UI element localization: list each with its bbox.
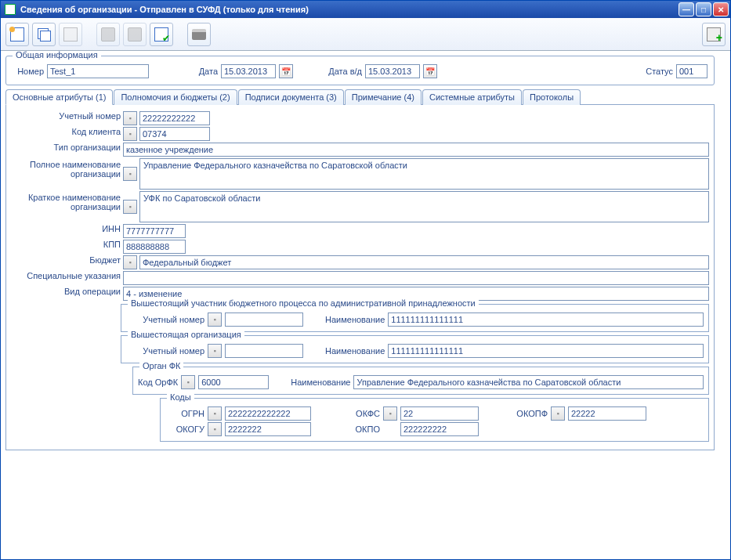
full-name-label: Полное наименование организации bbox=[11, 158, 121, 179]
tab-budgets[interactable]: Полномочия и бюджеты (2) bbox=[114, 89, 237, 105]
copy-button[interactable] bbox=[32, 23, 56, 46]
ogrn-lookup[interactable]: ▪ bbox=[208, 406, 222, 421]
ogrn-label: ОГРН bbox=[165, 409, 204, 418]
so-name-label: Наименование bbox=[325, 346, 385, 356]
tab-strip: Основные атрибуты (1) Полномочия и бюдже… bbox=[5, 89, 715, 105]
okfs-label: ОКФС bbox=[341, 409, 380, 418]
org-type-field[interactable]: казенное учреждение bbox=[123, 143, 709, 157]
close-button[interactable]: ✕ bbox=[713, 2, 729, 16]
tab-system-attrs[interactable]: Системные атрибуты bbox=[422, 89, 522, 105]
client-code-field[interactable]: 07374 bbox=[139, 127, 210, 141]
fk-legend: Орган ФК bbox=[139, 361, 183, 370]
okogu-lookup[interactable]: ▪ bbox=[208, 422, 222, 436]
new-icon bbox=[10, 27, 24, 42]
tab-body: Учетный номер ▪ 22222222222 Код клиента … bbox=[5, 105, 715, 450]
okopf-lookup[interactable]: ▪ bbox=[551, 406, 565, 421]
toolbar bbox=[1, 18, 730, 51]
budget-field[interactable]: Федеральный бюджет bbox=[139, 255, 709, 269]
print-icon bbox=[192, 29, 206, 40]
sb-acct-lookup[interactable]: ▪ bbox=[208, 313, 222, 327]
acct-no-field[interactable]: 22222222222 bbox=[139, 111, 210, 125]
copy-icon bbox=[40, 31, 51, 42]
superior-org-legend: Вышестоящая организация bbox=[128, 330, 244, 339]
print-button[interactable] bbox=[187, 23, 211, 46]
date-vd-label: Дата в/д bbox=[323, 67, 362, 76]
sb-acct-field[interactable] bbox=[225, 313, 303, 327]
sb-name-field[interactable]: 111111111111111 bbox=[388, 313, 704, 327]
status-label: Статус bbox=[642, 67, 673, 76]
okfs-lookup[interactable]: ▪ bbox=[383, 406, 397, 421]
okogu-label: ОКОГУ bbox=[165, 425, 204, 434]
sb-acct-label: Учетный номер bbox=[126, 315, 204, 324]
okpo-label: ОКПО bbox=[341, 425, 380, 434]
special-label: Специальные указания bbox=[11, 271, 121, 280]
budget-label: Бюджет bbox=[11, 255, 121, 265]
codes-fieldset: Коды ОГРН ▪ 2222222222222 ОКФС ▪ 22 ОКОП… bbox=[160, 398, 709, 442]
maximize-button[interactable]: □ bbox=[696, 2, 711, 16]
special-field[interactable] bbox=[123, 271, 709, 285]
acct-no-label: Учетный номер bbox=[11, 111, 121, 121]
minimize-button[interactable]: — bbox=[679, 2, 694, 16]
org-type-label: Тип организации bbox=[11, 143, 121, 152]
save-as-button[interactable] bbox=[123, 23, 147, 46]
fk-name-field[interactable]: Управление Федерального казначейства по … bbox=[353, 375, 704, 389]
window-title: Сведения об организации - Отправлен в СУ… bbox=[20, 5, 677, 14]
superior-budget-legend: Вышестоящий участник бюджетного процесса… bbox=[128, 298, 479, 308]
full-name-lookup[interactable]: ▪ bbox=[123, 167, 137, 181]
app-window: Сведения об организации - Отправлен в СУ… bbox=[0, 0, 731, 560]
codes-legend: Коды bbox=[167, 392, 194, 402]
save-button[interactable] bbox=[96, 23, 120, 46]
tab-note[interactable]: Примечание (4) bbox=[345, 89, 422, 105]
number-label: Номер bbox=[13, 67, 44, 76]
new-button[interactable] bbox=[5, 23, 29, 46]
full-name-field[interactable]: Управление Федерального казначейства по … bbox=[139, 158, 709, 190]
tab-protocols[interactable]: Протоколы bbox=[523, 89, 581, 105]
kpp-label: КПП bbox=[11, 240, 121, 249]
fk-code-lookup[interactable]: ▪ bbox=[181, 375, 195, 389]
save-icon bbox=[101, 27, 115, 42]
add-button[interactable] bbox=[702, 23, 726, 46]
so-name-field[interactable]: 111111111111111 bbox=[388, 344, 704, 358]
check-icon bbox=[154, 27, 168, 42]
so-acct-lookup[interactable]: ▪ bbox=[208, 344, 222, 358]
date-field[interactable]: 15.03.2013 bbox=[221, 64, 276, 78]
okopf-field[interactable]: 22222 bbox=[568, 406, 646, 421]
fk-code-label: Код ОрФК bbox=[138, 378, 178, 387]
date-calendar-button[interactable]: 📅 bbox=[279, 64, 293, 78]
op-type-label: Вид операции bbox=[11, 287, 121, 296]
number-field[interactable]: Test_1 bbox=[47, 64, 149, 78]
ogrn-field[interactable]: 2222222222222 bbox=[225, 406, 311, 421]
superior-org-fieldset: Вышестоящая организация Учетный номер ▪ … bbox=[121, 335, 709, 363]
sb-name-label: Наименование bbox=[325, 315, 385, 324]
date-vd-calendar-button[interactable]: 📅 bbox=[423, 64, 437, 78]
acct-no-lookup[interactable]: ▪ bbox=[123, 111, 137, 125]
budget-lookup[interactable]: ▪ bbox=[123, 255, 137, 269]
superior-budget-fieldset: Вышестоящий участник бюджетного процесса… bbox=[121, 304, 709, 332]
short-name-label: Краткое наименование организации bbox=[11, 191, 121, 211]
okfs-field[interactable]: 22 bbox=[400, 406, 479, 421]
content-area: Общая информация Номер Test_1 Дата 15.03… bbox=[1, 51, 730, 559]
fk-fieldset: Орган ФК Код ОрФК ▪ 6000 Наименование Уп… bbox=[132, 367, 709, 395]
doc-check-button[interactable] bbox=[150, 23, 173, 46]
inn-field[interactable]: 7777777777 bbox=[123, 224, 186, 238]
kpp-field[interactable]: 888888888 bbox=[123, 240, 186, 254]
tab-main-attrs[interactable]: Основные атрибуты (1) bbox=[5, 89, 113, 105]
short-name-lookup[interactable]: ▪ bbox=[123, 200, 137, 214]
okpo-field[interactable]: 222222222 bbox=[400, 422, 479, 436]
so-acct-label: Учетный номер bbox=[126, 346, 204, 356]
inn-label: ИНН bbox=[11, 224, 121, 233]
okogu-field[interactable]: 2222222 bbox=[225, 422, 311, 436]
general-info-fieldset: Общая информация Номер Test_1 Дата 15.03… bbox=[5, 56, 715, 85]
titlebar: Сведения об организации - Отправлен в СУ… bbox=[1, 1, 730, 18]
doc-icon bbox=[63, 27, 78, 42]
short-name-field[interactable]: УФК по Саратовской области bbox=[139, 191, 709, 222]
client-code-lookup[interactable]: ▪ bbox=[123, 127, 137, 141]
so-acct-field[interactable] bbox=[225, 344, 303, 358]
doc-button[interactable] bbox=[59, 23, 82, 46]
document-icon bbox=[5, 4, 16, 15]
status-field[interactable]: 001 bbox=[676, 64, 707, 78]
fk-code-field[interactable]: 6000 bbox=[198, 375, 269, 389]
tab-signatures[interactable]: Подписи документа (3) bbox=[238, 89, 344, 105]
date-vd-field[interactable]: 15.03.2013 bbox=[365, 64, 420, 78]
plus-icon bbox=[707, 27, 721, 42]
